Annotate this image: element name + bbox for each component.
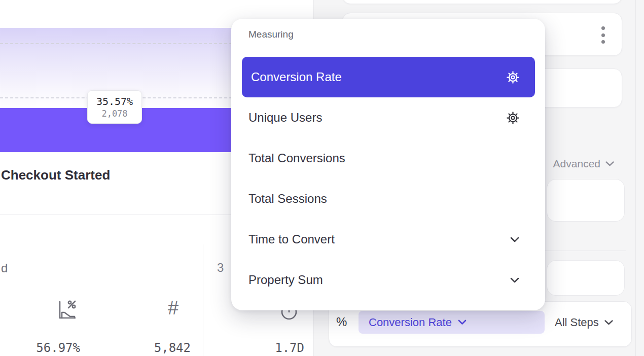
gear-icon[interactable] — [506, 111, 520, 125]
builder-step-card — [342, 0, 622, 4]
chevron-down-icon — [604, 319, 614, 326]
menu-item-label: Conversion Rate — [242, 70, 342, 84]
funnel-step-label: Checkout Started — [1, 167, 110, 183]
measurement-label: Conversion Rate — [369, 316, 452, 329]
measurement-selector-chip[interactable]: Conversion Rate — [359, 311, 545, 334]
chevron-down-icon — [510, 236, 520, 243]
menu-item-property-sum[interactable]: Property Sum — [242, 260, 535, 300]
measuring-dropdown-menu: Measuring Conversion Rate Unique Users T… — [231, 19, 545, 310]
count-metric-icon: # — [168, 297, 178, 319]
menu-item-label: Unique Users — [242, 111, 322, 125]
menu-item-label: Property Sum — [242, 273, 323, 287]
percent-metric-icon: % — [336, 315, 347, 329]
dropdown-title: Measuring — [248, 29, 294, 40]
table-cell-avg-time: 1.7D — [238, 341, 304, 355]
table-step-header-partial: 3 — [217, 261, 224, 275]
chevron-down-icon — [458, 319, 467, 325]
menu-item-label: Time to Convert — [242, 232, 335, 246]
builder-option-card[interactable] — [547, 260, 625, 296]
funnel-bar-tooltip: 35.57% 2,078 — [87, 90, 142, 124]
table-step-header-partial: d — [1, 261, 8, 275]
menu-item-time-to-convert[interactable]: Time to Convert — [242, 219, 535, 260]
table-cell-conversion-rate: 56.97% — [14, 341, 80, 355]
gear-icon[interactable] — [506, 70, 520, 84]
conversion-rate-metric-icon — [55, 299, 79, 324]
builder-option-card[interactable] — [547, 179, 625, 222]
more-options-kebab-icon[interactable] — [597, 26, 609, 44]
menu-item-total-conversions[interactable]: Total Conversions — [242, 138, 535, 179]
table-cell-count: 5,842 — [125, 341, 191, 355]
menu-item-unique-users[interactable]: Unique Users — [242, 97, 535, 138]
table-column-divider — [203, 244, 203, 356]
chevron-down-icon — [605, 161, 615, 167]
menu-item-total-sessions[interactable]: Total Sessions — [242, 179, 535, 219]
advanced-label: Advanced — [553, 158, 600, 170]
tooltip-conversion-rate: 35.57% — [96, 95, 133, 108]
tooltip-count: 2,078 — [101, 109, 127, 119]
menu-item-conversion-rate[interactable]: Conversion Rate — [242, 57, 535, 97]
steps-label: All Steps — [555, 316, 599, 329]
panel-edge-divider — [635, 0, 636, 356]
steps-selector[interactable]: All Steps — [555, 311, 614, 334]
menu-item-label: Total Conversions — [242, 151, 345, 165]
menu-item-label: Total Sessions — [242, 192, 327, 206]
chevron-down-icon — [510, 277, 520, 283]
